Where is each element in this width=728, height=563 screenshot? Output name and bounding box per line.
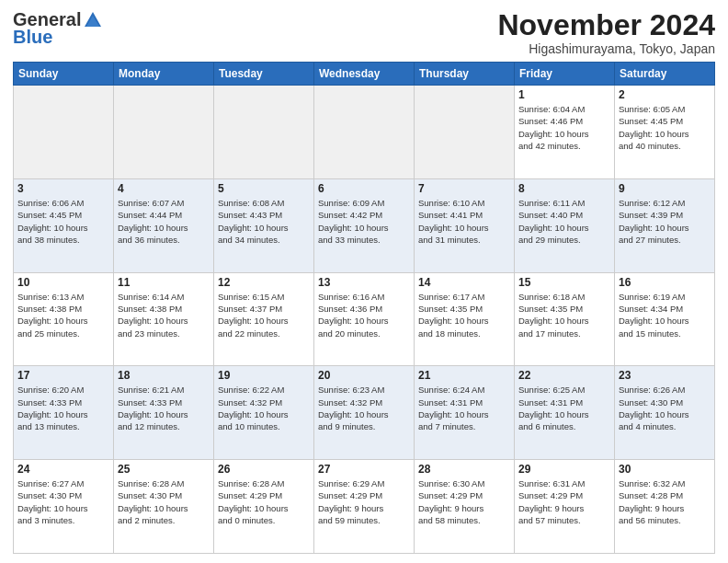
calendar-cell: 25Sunrise: 6:28 AM Sunset: 4:30 PM Dayli… — [114, 460, 214, 554]
calendar-cell: 30Sunrise: 6:32 AM Sunset: 4:28 PM Dayli… — [615, 460, 715, 554]
day-number: 12 — [218, 276, 310, 289]
day-info: Sunrise: 6:28 AM Sunset: 4:29 PM Dayligh… — [218, 477, 310, 526]
calendar-cell: 27Sunrise: 6:29 AM Sunset: 4:29 PM Dayli… — [314, 460, 415, 554]
day-info: Sunrise: 6:06 AM Sunset: 4:45 PM Dayligh… — [17, 197, 109, 246]
calendar-cell: 11Sunrise: 6:14 AM Sunset: 4:38 PM Dayli… — [114, 272, 214, 366]
day-info: Sunrise: 6:15 AM Sunset: 4:37 PM Dayligh… — [218, 291, 310, 339]
day-number: 5 — [218, 182, 310, 195]
day-info: Sunrise: 6:11 AM Sunset: 4:40 PM Dayligh… — [518, 197, 610, 246]
calendar-cell — [214, 86, 314, 179]
day-number: 13 — [318, 276, 410, 289]
calendar-cell: 10Sunrise: 6:13 AM Sunset: 4:38 PM Dayli… — [14, 272, 114, 366]
day-info: Sunrise: 6:17 AM Sunset: 4:35 PM Dayligh… — [418, 291, 510, 339]
day-info: Sunrise: 6:29 AM Sunset: 4:29 PM Dayligh… — [318, 477, 410, 526]
day-number: 7 — [418, 182, 510, 195]
day-info: Sunrise: 6:20 AM Sunset: 4:33 PM Dayligh… — [17, 384, 109, 432]
calendar-week-1: 1Sunrise: 6:04 AM Sunset: 4:46 PM Daylig… — [14, 86, 715, 179]
title-section: November 2024 Higashimurayama, Tokyo, Ja… — [497, 9, 715, 56]
calendar-cell: 26Sunrise: 6:28 AM Sunset: 4:29 PM Dayli… — [214, 460, 314, 554]
day-info: Sunrise: 6:10 AM Sunset: 4:41 PM Dayligh… — [418, 197, 510, 246]
day-info: Sunrise: 6:28 AM Sunset: 4:30 PM Dayligh… — [118, 477, 210, 526]
day-number: 22 — [518, 369, 610, 382]
weekday-header-tuesday: Tuesday — [214, 63, 314, 86]
day-number: 14 — [418, 276, 510, 289]
calendar-cell: 22Sunrise: 6:25 AM Sunset: 4:31 PM Dayli… — [515, 366, 615, 460]
page: General Blue November 2024 Higashimuraya… — [0, 0, 728, 563]
logo-icon — [83, 10, 103, 30]
calendar-cell: 28Sunrise: 6:30 AM Sunset: 4:29 PM Dayli… — [415, 460, 515, 554]
day-number: 21 — [418, 369, 510, 382]
day-number: 17 — [17, 369, 109, 382]
day-info: Sunrise: 6:08 AM Sunset: 4:43 PM Dayligh… — [218, 197, 310, 246]
calendar-cell — [114, 86, 214, 179]
day-info: Sunrise: 6:24 AM Sunset: 4:31 PM Dayligh… — [418, 384, 510, 432]
day-info: Sunrise: 6:19 AM Sunset: 4:34 PM Dayligh… — [619, 291, 711, 339]
calendar-cell: 3Sunrise: 6:06 AM Sunset: 4:45 PM Daylig… — [14, 178, 114, 272]
calendar-header-row: SundayMondayTuesdayWednesdayThursdayFrid… — [14, 63, 715, 86]
day-info: Sunrise: 6:25 AM Sunset: 4:31 PM Dayligh… — [518, 384, 610, 432]
calendar-cell: 29Sunrise: 6:31 AM Sunset: 4:29 PM Dayli… — [515, 460, 615, 554]
calendar-cell: 8Sunrise: 6:11 AM Sunset: 4:40 PM Daylig… — [515, 178, 615, 272]
day-info: Sunrise: 6:30 AM Sunset: 4:29 PM Dayligh… — [418, 477, 510, 526]
day-number: 1 — [518, 88, 610, 101]
day-number: 20 — [318, 369, 410, 382]
calendar-cell: 23Sunrise: 6:26 AM Sunset: 4:30 PM Dayli… — [615, 366, 715, 460]
day-info: Sunrise: 6:12 AM Sunset: 4:39 PM Dayligh… — [619, 197, 711, 246]
day-number: 8 — [518, 182, 610, 195]
calendar-cell: 15Sunrise: 6:18 AM Sunset: 4:35 PM Dayli… — [515, 272, 615, 366]
calendar-cell: 4Sunrise: 6:07 AM Sunset: 4:44 PM Daylig… — [114, 178, 214, 272]
day-number: 4 — [118, 182, 210, 195]
day-number: 15 — [518, 276, 610, 289]
day-number: 29 — [518, 463, 610, 476]
calendar-cell: 16Sunrise: 6:19 AM Sunset: 4:34 PM Dayli… — [615, 272, 715, 366]
calendar-week-2: 3Sunrise: 6:06 AM Sunset: 4:45 PM Daylig… — [14, 178, 715, 272]
calendar-cell: 21Sunrise: 6:24 AM Sunset: 4:31 PM Dayli… — [415, 366, 515, 460]
weekday-header-thursday: Thursday — [415, 63, 515, 86]
day-number: 26 — [218, 463, 310, 476]
day-info: Sunrise: 6:13 AM Sunset: 4:38 PM Dayligh… — [17, 291, 109, 339]
calendar-cell: 13Sunrise: 6:16 AM Sunset: 4:36 PM Dayli… — [314, 272, 415, 366]
day-info: Sunrise: 6:05 AM Sunset: 4:45 PM Dayligh… — [619, 103, 711, 152]
calendar-week-5: 24Sunrise: 6:27 AM Sunset: 4:30 PM Dayli… — [14, 460, 715, 554]
calendar-cell: 14Sunrise: 6:17 AM Sunset: 4:35 PM Dayli… — [415, 272, 515, 366]
calendar-cell — [14, 86, 114, 179]
day-number: 16 — [619, 276, 711, 289]
calendar-week-3: 10Sunrise: 6:13 AM Sunset: 4:38 PM Dayli… — [14, 272, 715, 366]
calendar-cell: 7Sunrise: 6:10 AM Sunset: 4:41 PM Daylig… — [415, 178, 515, 272]
day-info: Sunrise: 6:16 AM Sunset: 4:36 PM Dayligh… — [318, 291, 410, 339]
day-number: 2 — [619, 88, 711, 101]
day-info: Sunrise: 6:18 AM Sunset: 4:35 PM Dayligh… — [518, 291, 610, 339]
day-number: 28 — [418, 463, 510, 476]
calendar-cell: 12Sunrise: 6:15 AM Sunset: 4:37 PM Dayli… — [214, 272, 314, 366]
calendar-table: SundayMondayTuesdayWednesdayThursdayFrid… — [13, 62, 715, 554]
day-info: Sunrise: 6:32 AM Sunset: 4:28 PM Dayligh… — [619, 477, 711, 526]
calendar-cell: 20Sunrise: 6:23 AM Sunset: 4:32 PM Dayli… — [314, 366, 415, 460]
calendar-cell: 19Sunrise: 6:22 AM Sunset: 4:32 PM Dayli… — [214, 366, 314, 460]
calendar-cell — [314, 86, 415, 179]
day-info: Sunrise: 6:04 AM Sunset: 4:46 PM Dayligh… — [518, 103, 610, 152]
day-number: 27 — [318, 463, 410, 476]
month-title: November 2024 — [497, 9, 715, 41]
calendar-cell: 2Sunrise: 6:05 AM Sunset: 4:45 PM Daylig… — [615, 86, 715, 179]
day-number: 19 — [218, 369, 310, 382]
day-number: 18 — [118, 369, 210, 382]
day-info: Sunrise: 6:09 AM Sunset: 4:42 PM Dayligh… — [318, 197, 410, 246]
weekday-header-monday: Monday — [114, 63, 214, 86]
location: Higashimurayama, Tokyo, Japan — [497, 41, 715, 56]
header: General Blue November 2024 Higashimuraya… — [13, 9, 715, 56]
calendar-cell: 24Sunrise: 6:27 AM Sunset: 4:30 PM Dayli… — [14, 460, 114, 554]
weekday-header-friday: Friday — [515, 63, 615, 86]
calendar-cell: 1Sunrise: 6:04 AM Sunset: 4:46 PM Daylig… — [515, 86, 615, 179]
day-number: 6 — [318, 182, 410, 195]
day-info: Sunrise: 6:14 AM Sunset: 4:38 PM Dayligh… — [118, 291, 210, 339]
day-number: 30 — [619, 463, 711, 476]
day-number: 3 — [17, 182, 109, 195]
day-number: 10 — [17, 276, 109, 289]
calendar-cell: 18Sunrise: 6:21 AM Sunset: 4:33 PM Dayli… — [114, 366, 214, 460]
day-info: Sunrise: 6:31 AM Sunset: 4:29 PM Dayligh… — [518, 477, 610, 526]
day-info: Sunrise: 6:27 AM Sunset: 4:30 PM Dayligh… — [17, 477, 109, 526]
day-number: 25 — [118, 463, 210, 476]
day-number: 9 — [619, 182, 711, 195]
day-info: Sunrise: 6:07 AM Sunset: 4:44 PM Dayligh… — [118, 197, 210, 246]
day-info: Sunrise: 6:23 AM Sunset: 4:32 PM Dayligh… — [318, 384, 410, 432]
